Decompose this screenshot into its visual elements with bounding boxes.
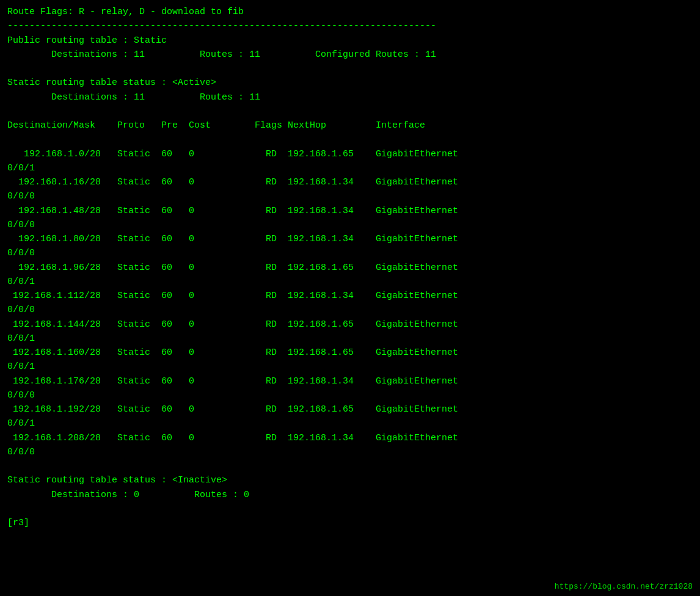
terminal-line: 192.168.1.192/28 Static 60 0 RD 192.168.… xyxy=(7,402,693,416)
terminal-line: [r3] xyxy=(7,516,693,530)
watermark: https://blog.csdn.net/zrz1028 xyxy=(555,582,693,591)
terminal-line: 192.168.1.96/28 Static 60 0 RD 192.168.1… xyxy=(7,261,693,275)
terminal-line: ----------------------------------------… xyxy=(7,19,693,33)
terminal-line: 0/0/0 xyxy=(7,388,693,402)
terminal-line xyxy=(7,104,693,118)
terminal-line: 192.168.1.160/28 Static 60 0 RD 192.168.… xyxy=(7,346,693,360)
terminal-line: 192.168.1.208/28 Static 60 0 RD 192.168.… xyxy=(7,431,693,445)
terminal-line: 0/0/1 xyxy=(7,161,693,175)
terminal-line: 192.168.1.144/28 Static 60 0 RD 192.168.… xyxy=(7,318,693,332)
terminal-output: Route Flags: R - relay, D - download to … xyxy=(7,5,693,530)
terminal-line: 0/0/1 xyxy=(7,416,693,431)
terminal-line xyxy=(7,133,693,147)
terminal-line: Route Flags: R - relay, D - download to … xyxy=(7,5,693,19)
terminal-window: Route Flags: R - relay, D - download to … xyxy=(0,0,700,596)
terminal-line xyxy=(7,502,693,516)
terminal-line: 192.168.1.112/28 Static 60 0 RD 192.168.… xyxy=(7,289,693,303)
terminal-line: Destinations : 11 Routes : 11 Configured… xyxy=(7,48,693,62)
terminal-line: 0/0/1 xyxy=(7,360,693,374)
terminal-line: 192.168.1.16/28 Static 60 0 RD 192.168.1… xyxy=(7,175,693,189)
terminal-line: 192.168.1.0/28 Static 60 0 RD 192.168.1.… xyxy=(7,147,693,161)
terminal-line: Destinations : 11 Routes : 11 xyxy=(7,90,693,104)
terminal-line: Destinations : 0 Routes : 0 xyxy=(7,488,693,502)
terminal-line: 0/0/0 xyxy=(7,445,693,459)
terminal-line: Static routing table status : <Inactive> xyxy=(7,473,693,487)
terminal-line: Public routing table : Static xyxy=(7,34,693,48)
terminal-line xyxy=(7,62,693,76)
terminal-line: 0/0/0 xyxy=(7,218,693,232)
terminal-line: 0/0/1 xyxy=(7,275,693,289)
terminal-line: 192.168.1.176/28 Static 60 0 RD 192.168.… xyxy=(7,374,693,388)
terminal-line: 192.168.1.80/28 Static 60 0 RD 192.168.1… xyxy=(7,232,693,246)
terminal-line xyxy=(7,459,693,473)
terminal-line: 0/0/1 xyxy=(7,332,693,346)
terminal-line: 0/0/0 xyxy=(7,189,693,203)
terminal-line: 0/0/0 xyxy=(7,303,693,317)
terminal-line: 192.168.1.48/28 Static 60 0 RD 192.168.1… xyxy=(7,204,693,218)
terminal-line: Destination/Mask Proto Pre Cost Flags Ne… xyxy=(7,118,693,133)
terminal-line: 0/0/0 xyxy=(7,246,693,260)
terminal-line: Static routing table status : <Active> xyxy=(7,76,693,90)
